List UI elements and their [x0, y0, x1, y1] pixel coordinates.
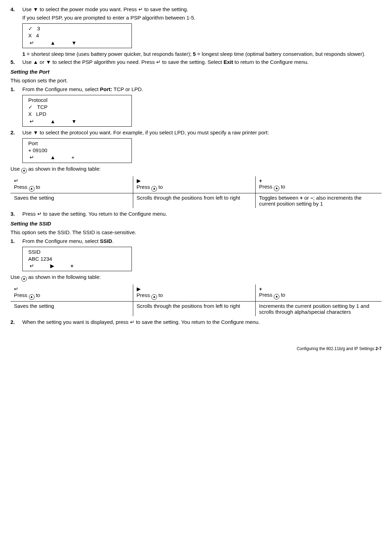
ssid-step-1: 1. From the Configure menu, select SSID. [10, 238, 382, 244]
port-step-3: 3. Press ↵ to save the setting. You retu… [10, 211, 382, 217]
text-bold: + [300, 195, 303, 201]
down-arrow-icon: ▼ [33, 6, 38, 12]
enter-icon: ↵ [37, 211, 42, 217]
text: Press [137, 292, 152, 298]
table-header: ↵ Press ▲ to [10, 176, 133, 193]
check-icon: ✓ [28, 104, 33, 110]
text: Press [14, 184, 29, 190]
step-number: 1. [10, 238, 22, 244]
text: When the setting you want is displayed, … [22, 319, 130, 325]
circle-up-icon: ▲ [21, 276, 27, 282]
table-intro: Use ▲ as shown in the following table: [10, 274, 382, 282]
display-title: Protocol [28, 97, 126, 104]
display-protocol: Protocol ✓ TCP X LPD ↵ ▲ ▼ [22, 95, 132, 127]
enter-icon: ↵ [30, 118, 34, 125]
key-table-1: ↵ Press ▲ to ▶ Press ▲ to + Press ▲ to S… [10, 176, 382, 208]
text: to [35, 292, 40, 298]
enter-icon: ↵ [30, 262, 34, 269]
text: Use [22, 129, 33, 135]
text: Press [14, 292, 29, 298]
text: to select the power mode you want. Press [38, 6, 138, 12]
table-cell: Toggles between + or –; also increments … [255, 193, 382, 208]
text: to return to the Configure menu. [233, 59, 309, 65]
value: 3 [37, 25, 40, 31]
step-number: 2. [10, 319, 22, 325]
text: to save the setting. [143, 6, 188, 12]
up-arrow-icon: ▲ [33, 59, 38, 65]
plus-icon: + [259, 178, 262, 184]
table-header: ↵ Press ▲ to [10, 284, 133, 302]
step-body: Use ▼ to select the power mode you want.… [22, 6, 382, 21]
note-sleep-time: 1 = shortest sleep time (uses battery po… [22, 51, 382, 57]
right-arrow-icon: ▶ [137, 286, 141, 292]
text: Use [22, 59, 33, 65]
down-arrow-icon: ▼ [46, 59, 51, 65]
down-arrow-icon: ▼ [71, 118, 77, 125]
circle-up-icon: ▲ [274, 186, 279, 191]
table-cell: Increments the current position setting … [255, 302, 382, 317]
text: to [157, 184, 163, 190]
table-cell: Scrolls through the positions from left … [133, 302, 255, 317]
value: + 09100 [28, 147, 126, 154]
circle-up-icon: ▲ [21, 168, 27, 173]
text: as shown in the following table: [27, 274, 101, 280]
text: From the Configure menu, select [22, 86, 100, 92]
circle-up-icon: ▲ [274, 294, 279, 299]
text: This option sets the SSID. The SSID is c… [10, 229, 382, 235]
text: Press [137, 184, 152, 190]
table-header: ▶ Press ▲ to [133, 176, 255, 193]
up-arrow-icon: ▲ [50, 118, 55, 125]
step-body: From the Configure menu, select Port: TC… [22, 86, 382, 92]
step-body: When the setting you want is displayed, … [22, 319, 382, 325]
circle-up-icon: ▲ [29, 186, 35, 192]
enter-icon: ↵ [138, 6, 143, 12]
step-number: 5. [10, 59, 22, 65]
table-header: ▶ Press ▲ to [133, 284, 255, 302]
up-arrow-icon: ▲ [50, 154, 55, 161]
circle-up-icon: ▲ [29, 294, 35, 300]
ssid-step-2: 2. When the setting you want is displaye… [10, 319, 382, 325]
plus-icon: + [70, 262, 74, 269]
plus-icon: + [71, 154, 75, 161]
text: or [38, 59, 46, 65]
text-bold: SSID [100, 238, 112, 244]
heading-setting-port: Setting the Port [10, 69, 382, 75]
text: TCP or LPD. [112, 86, 143, 92]
step-number: 2. [10, 129, 22, 135]
text: to select the protocol you want. For exa… [38, 129, 269, 135]
check-icon: ✓ [28, 25, 33, 31]
step-4: 4. Use ▼ to select the power mode you wa… [10, 6, 382, 21]
enter-icon: ↵ [30, 39, 34, 46]
text: Press [259, 292, 274, 298]
text: to [279, 184, 285, 190]
text: Use [22, 6, 33, 12]
circle-up-icon: ▲ [151, 186, 157, 192]
display-psp-algorithm: ✓ 3 X 4 ↵ ▲ ▼ [22, 23, 132, 48]
step-number: 3. [10, 211, 22, 217]
value: 4 [36, 32, 39, 38]
key-table-2: ↵ Press ▲ to ▶ Press ▲ to + Press ▲ to S… [10, 284, 382, 316]
step-number: 1. [10, 86, 22, 92]
text: . [112, 238, 114, 244]
up-arrow-icon: ▲ [50, 39, 55, 46]
table-cell: Saves the setting [10, 302, 133, 317]
right-arrow-icon: ▶ [50, 262, 54, 269]
text: Press [259, 184, 274, 190]
down-arrow-icon: ▼ [33, 129, 38, 135]
table-intro: Use ▲ as shown in the following table: [10, 166, 382, 173]
enter-icon: ↵ [30, 154, 34, 161]
heading-setting-ssid: Setting the SSID [10, 221, 382, 227]
step-5: 5. Use ▲ or ▼ to select the PSP algorith… [10, 59, 382, 65]
text-bold: – [310, 195, 313, 201]
table-cell: Saves the setting [10, 193, 133, 208]
text: or [303, 195, 310, 201]
step-number: 4. [10, 6, 22, 21]
x-icon: X [28, 111, 32, 117]
text: = longest sleep time (optimal battery co… [196, 51, 365, 57]
text: This option sets the port. [10, 77, 382, 83]
text: to select the PSP algorithm you need. Pr… [51, 59, 156, 65]
value: TCP [37, 104, 47, 110]
value: ABC 1234 [28, 255, 126, 262]
text: Use [10, 274, 21, 280]
display-port: Port + 09100 ↵ ▲ + [22, 138, 132, 163]
